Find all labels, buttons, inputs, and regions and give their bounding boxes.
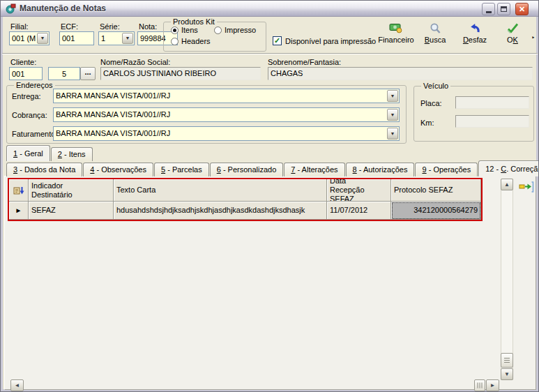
radio-icon — [171, 27, 179, 34]
tab-dados-da-nota[interactable]: 3 - Dados da Nota — [6, 163, 82, 176]
produtos-kit-title: Produtos Kit — [171, 17, 217, 26]
radio-itens[interactable]: Itens — [171, 26, 198, 34]
cobranca-label: Cobrança: — [12, 111, 47, 119]
tab-parcelas[interactable]: 5 - Parcelas — [154, 163, 209, 176]
window-title: Manutenção de Notas — [20, 3, 106, 13]
minimize-icon — [486, 11, 492, 13]
cobranca-dropdown-icon[interactable]: ▼ — [387, 109, 398, 121]
grid-header-row: Indicador Destinatário Texto Carta Data … — [9, 179, 481, 202]
close-button[interactable]: ✕ — [515, 3, 529, 15]
entrega-dropdown-icon[interactable]: ▼ — [387, 90, 398, 102]
money-icon — [389, 23, 403, 33]
filial-select[interactable]: 001 (M ▼ — [9, 31, 50, 45]
vertical-scrollbar[interactable] — [501, 179, 513, 380]
app-icon — [6, 3, 16, 14]
cliente-browse-button[interactable]: ... — [80, 67, 96, 80]
cobranca-select[interactable]: BARRA MANSA/A VISTA/001//RJ ▼ — [53, 107, 400, 122]
title-bar[interactable]: Manutenção de Notas ✕ — [1, 1, 538, 17]
cell-indicador[interactable]: SEFAZ — [29, 202, 114, 220]
faturamento-dropdown-icon[interactable]: ▼ — [387, 128, 398, 140]
placa-label: Placa: — [420, 99, 442, 107]
filial-label: Filial: — [10, 22, 29, 31]
tab-correcao-eletronica[interactable]: 12 - C. Correção Eletrônica — [478, 160, 539, 176]
cell-data-recepcao[interactable]: 11/07/2012 — [327, 202, 391, 220]
desfaz-button[interactable]: Desfaz — [457, 22, 493, 45]
grid-highlight-border: Indicador Destinatário Texto Carta Data … — [8, 178, 483, 221]
tab-operacoes[interactable]: 9 - Operações — [415, 163, 478, 176]
column-header-data-recepcao[interactable]: Data Recepção SEFAZ — [327, 179, 391, 202]
thumb-grip-icon — [478, 383, 483, 389]
enderecos-title: Endereços — [14, 81, 55, 89]
scroll-left-button[interactable]: ◄ — [10, 379, 24, 391]
serie-label: Série: — [100, 22, 120, 31]
vertical-scroll-thumb[interactable] — [501, 353, 513, 368]
cliente-number-input[interactable]: 5 — [48, 67, 80, 80]
tab-autorizacoes[interactable]: 8 - Autorizações — [346, 163, 415, 176]
checkbox-check-icon: ✓ — [273, 36, 282, 45]
nome-label: Nome/Razão Social: — [100, 58, 170, 66]
filial-dropdown-icon[interactable]: ▼ — [37, 33, 48, 44]
search-icon — [429, 23, 441, 34]
maximize-button[interactable] — [497, 3, 510, 15]
cell-protocolo-selected[interactable]: 342120000564279 — [391, 202, 481, 220]
toolbar-overflow-icon[interactable]: ‣ — [531, 34, 535, 41]
tabstrip-detail: 3 - Dados da Nota 4 - Observações 5 - Pa… — [6, 161, 539, 176]
cliente-code-input[interactable]: 001 — [9, 67, 43, 80]
faturamento-select[interactable]: BARRA MANSA/A VISTA/001//RJ ▼ — [53, 126, 400, 141]
radio-icon — [171, 38, 179, 45]
cliente-label: Cliente: — [10, 58, 36, 66]
ecf-label: ECF: — [61, 22, 78, 31]
disponivel-impressao-checkbox[interactable]: ✓ Disponível para impressão — [273, 36, 376, 45]
ok-button[interactable]: OK — [499, 22, 526, 45]
financeiro-button[interactable]: Financeiro — [374, 22, 418, 45]
grid-filter-icon — [13, 179, 24, 202]
nome-field: CARLOS JUSTINIANO RIBEIRO — [100, 67, 261, 80]
placa-field — [455, 96, 529, 109]
sobrenome-field: CHAGAS — [268, 67, 533, 80]
tab-alteracoes[interactable]: 7 - Alterações — [284, 163, 344, 176]
tabstrip-main: 1 - Geral 2 - Itens — [6, 146, 93, 161]
faturamento-label: Faturamento: — [12, 130, 57, 138]
entrega-select[interactable]: BARRA MANSA/A VISTA/001//RJ ▼ — [53, 89, 400, 103]
radio-icon — [214, 27, 222, 34]
grid-corner-cell[interactable] — [9, 179, 29, 202]
undo-icon — [469, 23, 481, 33]
column-header-protocolo[interactable]: Protocolo SEFAZ — [391, 179, 481, 202]
import-icon — [519, 181, 534, 193]
busca-button[interactable]: Busca — [419, 22, 451, 45]
column-header-texto-carta[interactable]: Texto Carta — [114, 179, 327, 202]
header-divider — [2, 53, 538, 54]
serie-select[interactable]: 1 ▼ — [98, 31, 135, 45]
cell-texto-carta[interactable]: hdusahdshdsjhdjksadhjskdhjasdhjkasdkdash… — [114, 202, 327, 220]
tab-geral[interactable]: 1 - Geral — [6, 145, 50, 161]
scroll-right-button[interactable]: ► — [486, 379, 499, 391]
thumb-grip-icon — [504, 358, 510, 363]
insert-record-button[interactable] — [519, 181, 534, 193]
check-icon — [506, 23, 519, 33]
tab-itens[interactable]: 2 - Itens — [51, 147, 93, 161]
scroll-down-button[interactable]: ▼ — [501, 368, 513, 380]
veiculo-group: Veículo — [413, 86, 534, 142]
sobrenome-label: Sobrenome/Fantasia: — [268, 58, 341, 66]
serie-dropdown-icon[interactable]: ▼ — [122, 33, 133, 44]
maximize-icon — [501, 6, 507, 12]
entrega-label: Entrega: — [12, 92, 41, 100]
column-header-indicador[interactable]: Indicador Destinatário — [29, 179, 114, 202]
km-label: Km: — [420, 119, 434, 127]
row-marker-cell: ► — [9, 202, 29, 220]
radio-impresso[interactable]: Impresso — [214, 26, 256, 34]
window: Manutenção de Notas ✕ Filial: 001 (M ▼ E… — [0, 0, 539, 392]
radio-headers[interactable]: Headers — [171, 37, 211, 45]
veiculo-title: Veículo — [421, 82, 450, 90]
tab-personalizado[interactable]: 6 - Personalizado — [210, 163, 284, 176]
minimize-button[interactable] — [482, 3, 495, 15]
tab-observacoes[interactable]: 4 - Observações — [83, 163, 153, 176]
ecf-input[interactable]: 001 — [59, 31, 94, 45]
horizontal-scroll-thumb[interactable] — [474, 379, 485, 391]
close-icon: ✕ — [519, 6, 525, 13]
km-field — [455, 115, 529, 128]
grid-row: ► SEFAZ hdusahdshdsjhdjksadhjskdhjasdhjk… — [9, 202, 481, 220]
scroll-up-button[interactable]: ▲ — [501, 179, 513, 190]
nota-label: Nota: — [139, 22, 157, 31]
row-marker-icon: ► — [15, 206, 22, 215]
